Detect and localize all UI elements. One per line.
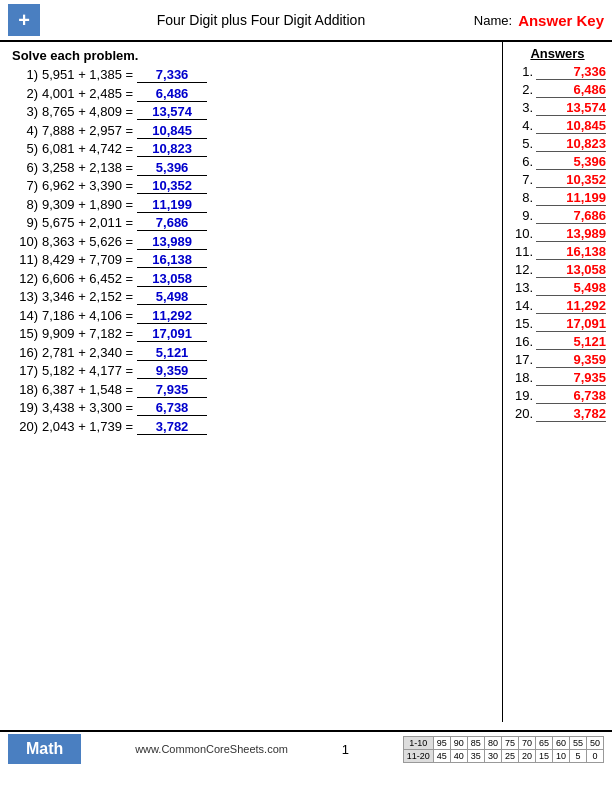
problem-answer: 13,989 bbox=[137, 234, 207, 250]
problem-answer: 7,686 bbox=[137, 215, 207, 231]
answer-number: 8. bbox=[509, 190, 533, 205]
problem-expression: 2,043 + 1,739 = bbox=[42, 419, 133, 434]
problem-expression: 5,675 + 2,011 = bbox=[42, 215, 133, 230]
name-label: Name: bbox=[474, 13, 512, 28]
answers-container: 1. 7,336 2. 6,486 3. 13,574 4. 10,845 5.… bbox=[509, 64, 606, 422]
problem-number: 14) bbox=[12, 308, 38, 323]
problem-expression: 5,182 + 4,177 = bbox=[42, 363, 133, 378]
problem-expression: 7,888 + 2,957 = bbox=[42, 123, 133, 138]
footer: Math www.CommonCoreSheets.com 1 1-109590… bbox=[0, 730, 612, 792]
logo-icon: + bbox=[8, 4, 40, 36]
answer-row: 12. 13,058 bbox=[509, 262, 606, 278]
answer-value: 11,199 bbox=[536, 190, 606, 206]
problem-number: 5) bbox=[12, 141, 38, 156]
answer-number: 5. bbox=[509, 136, 533, 151]
problem-row: 7) 6,962 + 3,390 = 10,352 bbox=[12, 178, 490, 194]
problem-row: 11) 8,429 + 7,709 = 16,138 bbox=[12, 252, 490, 268]
answer-number: 16. bbox=[509, 334, 533, 349]
answer-row: 7. 10,352 bbox=[509, 172, 606, 188]
problem-expression: 6,606 + 6,452 = bbox=[42, 271, 133, 286]
problem-row: 4) 7,888 + 2,957 = 10,845 bbox=[12, 123, 490, 139]
problem-expression: 8,363 + 5,626 = bbox=[42, 234, 133, 249]
answer-row: 19. 6,738 bbox=[509, 388, 606, 404]
problem-row: 9) 5,675 + 2,011 = 7,686 bbox=[12, 215, 490, 231]
problem-answer: 3,782 bbox=[137, 419, 207, 435]
problem-number: 13) bbox=[12, 289, 38, 304]
answer-number: 19. bbox=[509, 388, 533, 403]
answer-number: 7. bbox=[509, 172, 533, 187]
answer-number: 18. bbox=[509, 370, 533, 385]
answer-value: 13,058 bbox=[536, 262, 606, 278]
problems-container: 1) 5,951 + 1,385 = 7,336 2) 4,001 + 2,48… bbox=[12, 67, 490, 435]
problem-number: 4) bbox=[12, 123, 38, 138]
answer-row: 16. 5,121 bbox=[509, 334, 606, 350]
problem-number: 20) bbox=[12, 419, 38, 434]
answer-value: 11,292 bbox=[536, 298, 606, 314]
problem-row: 18) 6,387 + 1,548 = 7,935 bbox=[12, 382, 490, 398]
problem-row: 10) 8,363 + 5,626 = 13,989 bbox=[12, 234, 490, 250]
answer-value: 9,359 bbox=[536, 352, 606, 368]
answer-number: 2. bbox=[509, 82, 533, 97]
header: + Four Digit plus Four Digit Addition Na… bbox=[0, 0, 612, 42]
problem-row: 3) 8,765 + 4,809 = 13,574 bbox=[12, 104, 490, 120]
problem-row: 8) 9,309 + 1,890 = 11,199 bbox=[12, 197, 490, 213]
answer-number: 14. bbox=[509, 298, 533, 313]
answer-value: 5,498 bbox=[536, 280, 606, 296]
problem-expression: 9,309 + 1,890 = bbox=[42, 197, 133, 212]
answer-value: 6,738 bbox=[536, 388, 606, 404]
answer-value: 16,138 bbox=[536, 244, 606, 260]
problem-row: 19) 3,438 + 3,300 = 6,738 bbox=[12, 400, 490, 416]
problem-row: 13) 3,346 + 2,152 = 5,498 bbox=[12, 289, 490, 305]
problem-answer: 13,058 bbox=[137, 271, 207, 287]
problem-row: 16) 2,781 + 2,340 = 5,121 bbox=[12, 345, 490, 361]
stats-table: 1-109590858075706560555011-2045403530252… bbox=[403, 736, 604, 763]
answer-number: 10. bbox=[509, 226, 533, 241]
problem-expression: 3,346 + 2,152 = bbox=[42, 289, 133, 304]
answer-row: 15. 17,091 bbox=[509, 316, 606, 332]
main-content: Solve each problem. 1) 5,951 + 1,385 = 7… bbox=[0, 42, 612, 722]
answer-value: 6,486 bbox=[536, 82, 606, 98]
answer-number: 12. bbox=[509, 262, 533, 277]
footer-page: 1 bbox=[342, 742, 349, 757]
answer-row: 1. 7,336 bbox=[509, 64, 606, 80]
answer-row: 8. 11,199 bbox=[509, 190, 606, 206]
problem-row: 6) 3,258 + 2,138 = 5,396 bbox=[12, 160, 490, 176]
answers-title: Answers bbox=[509, 46, 606, 61]
answer-value: 13,989 bbox=[536, 226, 606, 242]
problem-expression: 3,438 + 3,300 = bbox=[42, 400, 133, 415]
problem-number: 2) bbox=[12, 86, 38, 101]
footer-main: Math www.CommonCoreSheets.com 1 1-109590… bbox=[0, 730, 612, 766]
problem-answer: 10,823 bbox=[137, 141, 207, 157]
problem-answer: 9,359 bbox=[137, 363, 207, 379]
problem-number: 10) bbox=[12, 234, 38, 249]
page-title: Four Digit plus Four Digit Addition bbox=[48, 12, 474, 28]
problem-number: 9) bbox=[12, 215, 38, 230]
problem-number: 7) bbox=[12, 178, 38, 193]
problem-expression: 6,081 + 4,742 = bbox=[42, 141, 133, 156]
answer-row: 17. 9,359 bbox=[509, 352, 606, 368]
instruction: Solve each problem. bbox=[12, 48, 490, 63]
problem-number: 12) bbox=[12, 271, 38, 286]
problem-expression: 8,765 + 4,809 = bbox=[42, 104, 133, 119]
problem-answer: 10,352 bbox=[137, 178, 207, 194]
problem-expression: 9,909 + 7,182 = bbox=[42, 326, 133, 341]
problem-number: 8) bbox=[12, 197, 38, 212]
problem-expression: 2,781 + 2,340 = bbox=[42, 345, 133, 360]
answer-number: 11. bbox=[509, 244, 533, 259]
problem-row: 20) 2,043 + 1,739 = 3,782 bbox=[12, 419, 490, 435]
answer-value: 17,091 bbox=[536, 316, 606, 332]
answer-value: 7,686 bbox=[536, 208, 606, 224]
answer-row: 10. 13,989 bbox=[509, 226, 606, 242]
footer-url: www.CommonCoreSheets.com bbox=[135, 743, 288, 755]
problem-answer: 6,486 bbox=[137, 86, 207, 102]
problem-answer: 7,336 bbox=[137, 67, 207, 83]
answer-row: 14. 11,292 bbox=[509, 298, 606, 314]
answer-number: 15. bbox=[509, 316, 533, 331]
problem-row: 14) 7,186 + 4,106 = 11,292 bbox=[12, 308, 490, 324]
problem-answer: 7,935 bbox=[137, 382, 207, 398]
answer-number: 9. bbox=[509, 208, 533, 223]
answer-row: 3. 13,574 bbox=[509, 100, 606, 116]
answer-number: 3. bbox=[509, 100, 533, 115]
problem-answer: 17,091 bbox=[137, 326, 207, 342]
problem-answer: 6,738 bbox=[137, 400, 207, 416]
